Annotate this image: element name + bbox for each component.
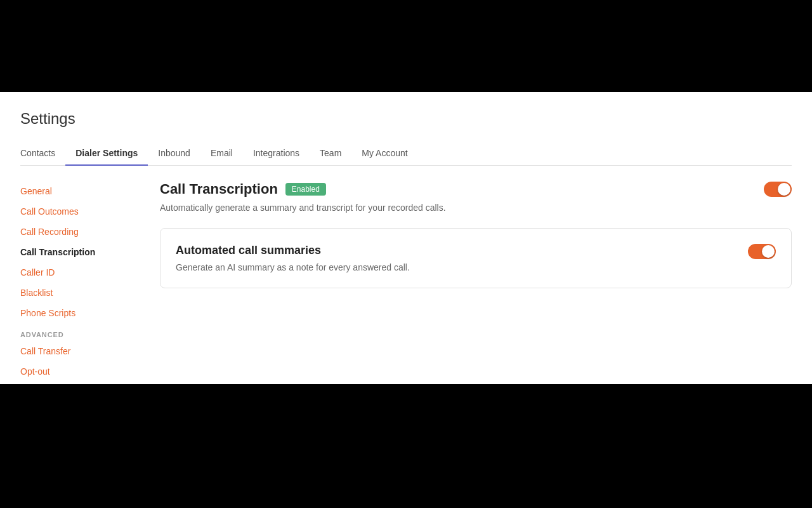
sidebar-item-blacklist[interactable]: Blacklist [20, 283, 124, 303]
automated-summaries-card: Automated call summaries Generate an AI … [160, 228, 792, 288]
tab-my-account[interactable]: My Account [351, 142, 417, 166]
sidebar-item-call-transfer[interactable]: Call Transfer [20, 341, 124, 361]
tab-dialer-settings[interactable]: Dialer Settings [65, 142, 148, 166]
section-title-row: Call Transcription Enabled [160, 181, 326, 197]
section-title: Call Transcription [160, 181, 278, 197]
sidebar-item-general[interactable]: General [20, 181, 124, 201]
card-description: Generate an AI summary as a note for eve… [176, 262, 410, 272]
tab-team[interactable]: Team [310, 142, 351, 166]
tab-integrations[interactable]: Integrations [243, 142, 310, 166]
advanced-section-label: ADVANCED [20, 323, 124, 341]
nav-tabs: Contacts Dialer Settings Inbound Email I… [20, 142, 792, 166]
sidebar-item-call-transcription[interactable]: Call Transcription [20, 242, 124, 262]
sidebar: General Call Outcomes Call Recording Cal… [20, 181, 134, 382]
sidebar-item-opt-out[interactable]: Opt-out [20, 361, 124, 382]
card-text: Automated call summaries Generate an AI … [176, 244, 410, 272]
main-panel: Call Transcription Enabled Automatically… [134, 181, 792, 382]
sidebar-item-caller-id[interactable]: Caller ID [20, 262, 124, 283]
tab-contacts[interactable]: Contacts [20, 142, 65, 166]
enabled-badge: Enabled [285, 183, 326, 196]
section-description: Automatically generate a summary and tra… [160, 203, 792, 213]
call-transcription-toggle[interactable] [764, 182, 792, 197]
sidebar-item-call-recording[interactable]: Call Recording [20, 222, 124, 242]
sidebar-item-call-outcomes[interactable]: Call Outcomes [20, 201, 124, 222]
automated-summaries-toggle[interactable] [748, 244, 776, 259]
sidebar-item-phone-scripts[interactable]: Phone Scripts [20, 303, 124, 323]
tab-inbound[interactable]: Inbound [148, 142, 200, 166]
section-header: Call Transcription Enabled [160, 181, 792, 197]
tab-email[interactable]: Email [200, 142, 243, 166]
card-title: Automated call summaries [176, 244, 410, 257]
page-title: Settings [20, 110, 792, 128]
